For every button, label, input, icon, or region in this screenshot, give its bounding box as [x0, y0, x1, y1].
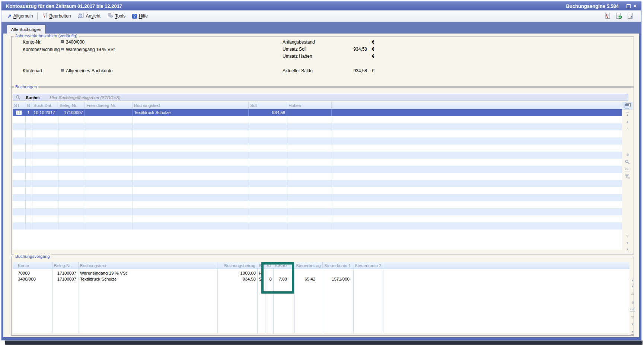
- cell-s: S: [257, 276, 265, 282]
- xml-icon[interactable]: XML: [629, 308, 635, 312]
- menu-tools[interactable]: Tools: [104, 12, 129, 20]
- column-header-st[interactable]: ST: [13, 102, 25, 109]
- table-row[interactable]: [13, 173, 622, 180]
- scroll-down-icon[interactable]: ▼: [629, 323, 635, 327]
- cell-steuerkonto2: [353, 276, 383, 282]
- page-down-icon[interactable]: ▽: [622, 234, 632, 239]
- table-row[interactable]: [13, 201, 622, 208]
- help-icon: ?: [132, 14, 137, 19]
- column-header-filler: [332, 102, 622, 109]
- table-row[interactable]: [13, 130, 622, 137]
- row-marker-icon: [13, 109, 25, 116]
- column-header-stsatz[interactable]: StSatz: [273, 262, 294, 269]
- page-down-icon[interactable]: ▽: [629, 316, 635, 320]
- filter-icon[interactable]: [622, 174, 632, 179]
- cell-buchungsbetrag: 1000,00: [217, 270, 257, 276]
- field-value: 934,58: [315, 47, 367, 52]
- cell-buchungstext: Textildruck Schulze: [79, 276, 217, 282]
- menu-allgemein[interactable]: ↗ Allgemein: [4, 12, 36, 20]
- table-row[interactable]: [13, 116, 622, 123]
- menu-hilfe[interactable]: ? Hilfe: [129, 12, 151, 20]
- scroll-bottom-icon[interactable]: ▼: [622, 248, 632, 252]
- toolbar-right: Σ: [605, 12, 634, 20]
- column-header-buchungstext[interactable]: Buchungstext: [79, 262, 217, 269]
- cell-belegnr: 17100007: [52, 270, 79, 276]
- column-header-konto[interactable]: Konto: [13, 262, 52, 269]
- window-shadow: [5, 341, 643, 345]
- xml-icon[interactable]: XML: [622, 168, 632, 172]
- page-up-icon[interactable]: △: [629, 292, 635, 296]
- field-label: Aktueller Saldo: [283, 68, 313, 73]
- column-header-haben[interactable]: Haben: [287, 102, 332, 109]
- table-row-selected[interactable]: 1 10.10.2017 17100007 Textildruck Schulz…: [13, 109, 622, 116]
- zoom-icon[interactable]: [622, 159, 632, 164]
- column-header-b[interactable]: B: [25, 102, 32, 109]
- scroll-up-icon[interactable]: ▲: [629, 285, 635, 289]
- cell-haben: [287, 109, 332, 116]
- column-header-buchdat[interactable]: Buch.Dat.: [32, 102, 58, 109]
- scroll-up-icon[interactable]: ▲: [622, 120, 632, 124]
- menu-bearbeiten[interactable]: Bearbeiten: [39, 12, 74, 20]
- bullet-icon: [61, 40, 64, 43]
- menu-ansicht[interactable]: Ansicht: [74, 12, 104, 20]
- field-label: Anfangsbestand: [283, 39, 315, 45]
- table-row[interactable]: [13, 166, 622, 173]
- column-header-buchungsbetrag[interactable]: Buchungsbetrag: [217, 262, 257, 269]
- search-input[interactable]: Suche: Hier Suchbegriff eingeben (STRG+S…: [13, 94, 628, 101]
- scroll-top-icon[interactable]: ▲: [629, 278, 635, 282]
- field-value: 934,58: [315, 68, 367, 73]
- empty-rows: [13, 116, 622, 230]
- column-header-belegnr[interactable]: Beleg-Nr.: [52, 262, 79, 269]
- column-header-belegnr[interactable]: Beleg-Nr.: [58, 102, 85, 109]
- table-row[interactable]: 3400/000 17100007 Textildruck Schulze 93…: [13, 276, 629, 282]
- field-label: Umsatz Soll: [283, 47, 306, 52]
- table-row[interactable]: [13, 152, 622, 159]
- table-row[interactable]: 70000 17100007 Wareneingang 19 % VSt 100…: [13, 269, 629, 276]
- column-header-fremdbelegnr[interactable]: Fremdbeleg-Nr.: [85, 102, 133, 109]
- cell-s: H: [257, 270, 265, 276]
- table-row[interactable]: [13, 180, 622, 187]
- column-header-steuerbetrag[interactable]: Steuerbetrag: [294, 262, 323, 269]
- column-header-buchungstext[interactable]: Buchungstext: [133, 102, 249, 109]
- column-header-st[interactable]: ST: [265, 262, 273, 269]
- cell-steuerkonto1: [323, 270, 353, 276]
- magnifier-page-icon: [78, 13, 84, 19]
- restore-icon[interactable]: [625, 3, 632, 9]
- tab-alle-buchungen[interactable]: Alle Buchungen: [7, 25, 46, 34]
- currency-label: €: [372, 54, 374, 59]
- summary-document-icon[interactable]: Σ: [627, 12, 634, 20]
- buchungsvorgang-header-row: Konto Beleg-Nr. Buchungstext Buchungsbet…: [13, 262, 629, 269]
- group-title: Buchungsvorgang: [14, 254, 51, 259]
- edit-document-icon[interactable]: [605, 12, 610, 20]
- menu-label: Hilfe: [139, 13, 148, 19]
- column-header-s[interactable]: S: [257, 262, 265, 269]
- cell-buchungstext: Wareneingang 19 % VSt: [79, 270, 217, 276]
- table-row[interactable]: [13, 187, 622, 194]
- table-row[interactable]: [13, 194, 622, 201]
- cell-stsatz: 7,00: [273, 276, 294, 282]
- field-value: 3400/000: [66, 39, 85, 45]
- grid-nav-strip: ▲ ▲ △ (||) XML ▽ ▼ ▼: [629, 275, 635, 335]
- column-header-steuerkonto1[interactable]: Steuerkonto 1: [323, 262, 353, 269]
- table-row[interactable]: [13, 145, 622, 152]
- page-up-icon[interactable]: △: [622, 127, 632, 132]
- scroll-down-icon[interactable]: ▼: [622, 241, 632, 246]
- table-row[interactable]: [13, 159, 622, 166]
- ne-arrow-icon: ↗: [7, 13, 12, 19]
- scroll-top-icon[interactable]: ▲: [622, 113, 632, 117]
- columns-icon[interactable]: (||): [629, 301, 635, 305]
- close-icon[interactable]: ×: [632, 3, 638, 9]
- scroll-bottom-icon[interactable]: ▼: [629, 330, 635, 335]
- columns-icon[interactable]: (||): [622, 153, 632, 157]
- field-value: [315, 54, 367, 59]
- validate-document-icon[interactable]: [616, 12, 622, 20]
- table-row[interactable]: [13, 137, 622, 145]
- column-chooser-icon[interactable]: [622, 102, 632, 110]
- table-row[interactable]: [13, 215, 622, 222]
- table-row[interactable]: [13, 222, 622, 230]
- table-row[interactable]: [13, 123, 622, 130]
- column-header-soll[interactable]: Soll: [249, 102, 287, 109]
- column-header-steuerkonto2[interactable]: Steuerkonto 2: [353, 262, 383, 269]
- cell-fremdbelegnr: [85, 109, 133, 116]
- table-row[interactable]: [13, 208, 622, 215]
